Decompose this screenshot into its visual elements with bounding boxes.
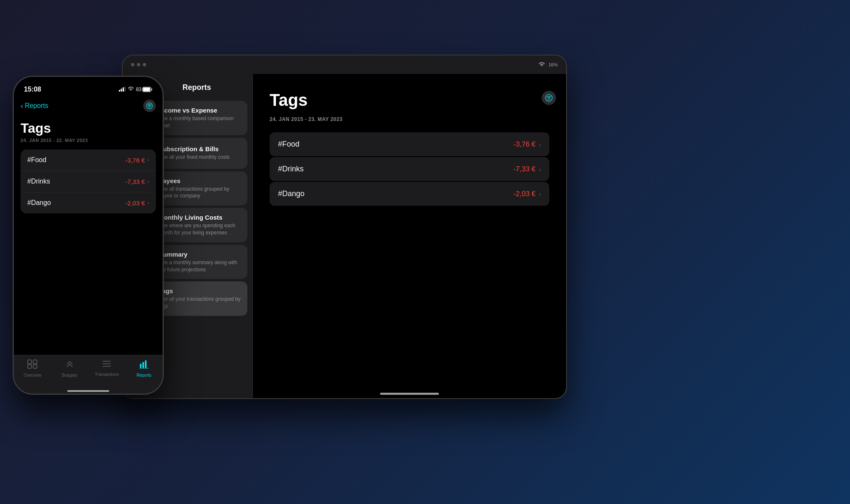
- report-desc-tags: See all your transactions grouped by tag…: [159, 296, 241, 310]
- phone-date-range: 24. JAN 2015 - 22. MAY 2023: [21, 138, 156, 143]
- phone-tag-name-drinks: #Drinks: [27, 178, 50, 185]
- svg-rect-39: [143, 88, 150, 92]
- phone-tag-amount-drinks: -7,33 €: [125, 178, 145, 185]
- phone-tag-right-food: -3,76 € ›: [125, 157, 149, 164]
- tablet-home-bar: [380, 393, 439, 395]
- report-text-subscriptions: Subscription & Bills See all your fixed …: [159, 145, 230, 161]
- report-title-income-expense: Income vs Expense: [159, 107, 241, 114]
- svg-rect-37: [124, 87, 126, 92]
- tablet-tag-amount-food: -3,76 €: [513, 140, 535, 149]
- report-title-payees: Payees: [159, 177, 241, 184]
- tablet-date-range: 24. JAN 2015 - 23. MAY 2023: [270, 116, 549, 122]
- dot-1: [131, 63, 134, 66]
- chevron-right-icon-food: ›: [539, 141, 541, 148]
- svg-rect-36: [123, 87, 124, 92]
- phone-back-label: Reports: [25, 102, 48, 110]
- tablet-tag-amount-drinks: -7,33 €: [513, 165, 535, 173]
- battery-icon: 16%: [548, 62, 558, 67]
- tab-reports[interactable]: Reports: [131, 360, 157, 378]
- phone-home-bar: [14, 390, 163, 394]
- tablet-tag-list: #Food -3,76 € › #Drinks -7,33 € › #Dango: [270, 132, 549, 206]
- phone-tag-amount-dango: -2,03 €: [125, 200, 145, 207]
- tab-budgets[interactable]: Budgets: [56, 360, 83, 378]
- phone-device: 15:08 83: [13, 76, 164, 395]
- tablet-tag-row-drinks[interactable]: #Drinks -7,33 € ›: [270, 157, 549, 181]
- tablet-dots: [131, 63, 146, 66]
- phone-back-button[interactable]: ‹ Reports: [21, 102, 48, 110]
- tablet-tag-right-drinks: -7,33 € ›: [513, 165, 541, 173]
- report-desc-living-costs: See where are you spending each month fo…: [159, 222, 241, 236]
- tab-overview-label: Overview: [24, 373, 41, 378]
- tablet-tag-name-drinks: #Drinks: [278, 165, 304, 173]
- tablet-filter-button[interactable]: [542, 91, 556, 105]
- phone-filter-button[interactable]: [143, 100, 156, 112]
- chevron-right-icon: ›: [147, 200, 149, 206]
- battery-level: 83: [136, 87, 142, 92]
- report-title-summary: Summary: [159, 251, 241, 258]
- tablet-status-bar: 16%: [123, 55, 566, 74]
- phone-tag-right-dango: -2,03 € ›: [125, 200, 149, 207]
- tablet-tag-name-dango: #Dango: [278, 189, 304, 198]
- svg-rect-53: [142, 362, 144, 368]
- chevron-right-icon-dango: ›: [539, 191, 541, 197]
- budgets-icon: [65, 360, 74, 371]
- dot-2: [137, 63, 140, 66]
- phone-status-icons: 83: [119, 87, 152, 93]
- phone-time: 15:08: [24, 86, 41, 93]
- chevron-right-icon: ›: [147, 157, 149, 163]
- phone-status-bar: 15:08 83: [14, 77, 163, 98]
- tab-overview[interactable]: Overview: [19, 360, 46, 378]
- phone-tag-name-dango: #Dango: [27, 199, 51, 207]
- transactions-icon: [102, 360, 111, 370]
- phone-tag-right-drinks: -7,33 € ›: [125, 178, 149, 185]
- chevron-right-icon-drinks: ›: [539, 166, 541, 173]
- report-desc-income-expense: See a monthly based comparison chart: [159, 115, 241, 129]
- phone-page-title: Tags: [21, 121, 156, 136]
- phone-tag-name-food: #Food: [27, 156, 46, 164]
- tablet-tag-row-dango[interactable]: #Dango -2,03 € ›: [270, 182, 549, 206]
- report-text-payees: Payees See all transactions grouped by p…: [159, 177, 241, 200]
- phone-tag-row-drinks[interactable]: #Drinks -7,33 € ›: [21, 171, 156, 192]
- battery-indicator: 83: [136, 87, 152, 92]
- signal-icon: [119, 87, 126, 93]
- report-desc-payees: See all transactions grouped by payee or…: [159, 186, 241, 200]
- report-text-tags: Tags See all your transactions grouped b…: [159, 287, 241, 310]
- svg-rect-54: [145, 360, 147, 368]
- tablet-main-content: Tags 24. JAN 2015 - 23. MAY 2023 #Food -…: [253, 74, 566, 398]
- tab-budgets-label: Budgets: [62, 373, 77, 378]
- phone-nav-bar: ‹ Reports: [14, 98, 163, 116]
- report-desc-summary: See a monthly summary along with the fut…: [159, 259, 241, 273]
- phone-tag-row-dango[interactable]: #Dango -2,03 € ›: [21, 192, 156, 213]
- tab-reports-label: Reports: [136, 373, 151, 378]
- svg-rect-34: [119, 90, 120, 92]
- wifi-icon-phone: [128, 87, 134, 92]
- wifi-icon: [538, 62, 545, 68]
- report-title-subscriptions: Subscription & Bills: [159, 145, 230, 152]
- tablet-status-right: 16%: [538, 62, 558, 68]
- tablet-content: Reports: [123, 74, 566, 398]
- phone-tag-list: #Food -3,76 € › #Drinks -7,33 € › #Dango…: [21, 150, 156, 213]
- back-chevron-icon: ‹: [21, 102, 23, 110]
- tablet-tag-amount-dango: -2,03 €: [513, 190, 535, 198]
- tablet-tag-name-food: #Food: [278, 140, 299, 149]
- svg-rect-45: [28, 360, 31, 364]
- svg-rect-52: [140, 364, 142, 368]
- report-text-income-expense: Income vs Expense See a monthly based co…: [159, 107, 241, 129]
- tab-transactions[interactable]: Transactions: [93, 360, 120, 377]
- svg-rect-46: [33, 360, 37, 364]
- home-bar-indicator: [67, 390, 109, 392]
- reports-icon: [139, 360, 149, 371]
- tab-transactions-label: Transactions: [95, 372, 119, 377]
- svg-rect-48: [33, 365, 37, 368]
- tablet-tag-row-food[interactable]: #Food -3,76 € ›: [270, 132, 549, 156]
- report-desc-subscriptions: See all your fixed monthly costs: [159, 154, 230, 161]
- tablet-main-title: Tags: [270, 91, 549, 110]
- tablet-tag-right-dango: -2,03 € ›: [513, 190, 541, 198]
- tablet-device: 16% Reports: [122, 55, 567, 399]
- chevron-right-icon: ›: [147, 178, 149, 184]
- svg-rect-47: [28, 365, 31, 368]
- phone-content: Tags 24. JAN 2015 - 22. MAY 2023 #Food -…: [14, 116, 163, 355]
- phone-tag-row-food[interactable]: #Food -3,76 € ›: [21, 150, 156, 171]
- report-title-tags: Tags: [159, 287, 241, 294]
- report-text-living-costs: Monthly Living Costs See where are you s…: [159, 214, 241, 236]
